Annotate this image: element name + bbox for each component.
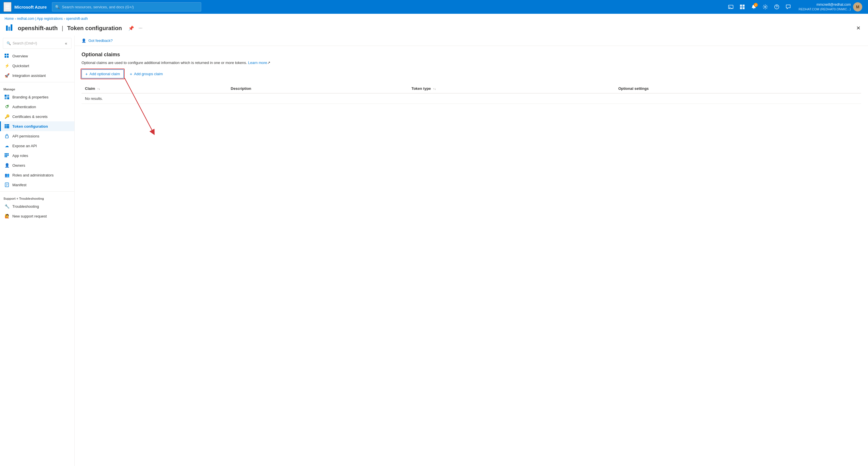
add-optional-label: Add optional claim <box>90 72 120 76</box>
cloud-icon: ☁ <box>4 143 9 148</box>
svg-rect-4 <box>740 7 742 9</box>
col-optional-settings[interactable]: Optional settings <box>615 84 861 93</box>
svg-rect-10 <box>8 27 10 31</box>
notification-badge: 2 <box>754 3 758 7</box>
person-icon: 👤 <box>4 163 9 168</box>
sidebar-item-new-support[interactable]: 🙋 New support request <box>0 211 74 221</box>
sidebar-nav: Overview ⚡ Quickstart 🚀 Integration assi… <box>0 51 74 225</box>
panel-wrapper: Home › redhat.com | App registrations › … <box>0 14 868 466</box>
sidebar-item-troubleshooting[interactable]: 🔧 Troubleshooting <box>0 201 74 211</box>
svg-rect-31 <box>6 155 7 156</box>
sidebar-item-owners[interactable]: 👤 Owners <box>0 160 74 170</box>
sidebar-item-manifest-label: Manifest <box>12 183 26 187</box>
support-section-label: Support + Troubleshooting <box>0 193 74 201</box>
learn-more-link[interactable]: Learn more <box>248 61 267 65</box>
no-results-text: No results. <box>82 93 861 104</box>
feedback-icon[interactable] <box>783 2 794 12</box>
topbar-icons: 2 <box>725 2 794 12</box>
sidebar-item-owners-label: Owners <box>12 163 25 167</box>
svg-rect-26 <box>5 136 8 138</box>
sidebar-item-roles-admin[interactable]: 👥 Roles and administrators <box>0 170 74 180</box>
doc-icon <box>4 182 9 187</box>
rocket-icon: 🚀 <box>4 73 9 78</box>
sidebar-item-manifest[interactable]: Manifest <box>0 180 74 190</box>
svg-rect-19 <box>7 97 9 99</box>
topbar: ☰ Microsoft Azure 🔍 2 mmcneill@redhat.co… <box>0 0 868 14</box>
sidebar-item-api-permissions[interactable]: API permissions <box>0 131 74 141</box>
annotation-arrow <box>96 69 182 138</box>
breadcrumb-home[interactable]: Home <box>5 17 14 21</box>
svg-rect-24 <box>6 126 9 127</box>
feedback-bar[interactable]: 👤 Got feedback? <box>74 36 868 46</box>
sidebar-item-certificates[interactable]: 🔑 Certificates & secrets <box>0 112 74 121</box>
grid2-icon <box>4 153 9 158</box>
settings-icon[interactable] <box>760 2 770 12</box>
close-panel-button[interactable]: ✕ <box>853 23 863 33</box>
pin-icon[interactable]: 📌 <box>127 24 135 32</box>
global-search-input[interactable] <box>62 5 198 9</box>
page-app-name: openshift-auth <box>18 25 58 32</box>
more-options-icon[interactable]: ··· <box>137 24 144 32</box>
key-icon: 🔑 <box>4 114 9 119</box>
cloud-shell-icon[interactable] <box>725 2 736 12</box>
breadcrumb-openshift-auth[interactable]: openshift-auth <box>66 17 88 21</box>
claims-table-header: Claim ↑↓ Description Token type ↑↓ <box>82 84 861 93</box>
svg-rect-28 <box>6 153 7 154</box>
portal-settings-icon[interactable] <box>737 2 747 12</box>
hamburger-menu[interactable]: ☰ <box>3 2 11 12</box>
plus-icon-groups: + <box>130 71 132 76</box>
grid-icon <box>4 53 9 59</box>
feedback-icon-symbol: 👤 <box>82 38 86 43</box>
svg-rect-16 <box>5 95 7 97</box>
add-groups-label: Add groups claim <box>134 72 163 76</box>
user-menu[interactable]: mmcneill@redhat.com REDHAT.COM (REDHAT0.… <box>796 1 865 12</box>
sidebar-item-overview-label: Overview <box>12 54 28 58</box>
sidebar-item-integration-label: Integration assistant <box>12 73 45 78</box>
svg-rect-5 <box>743 7 745 9</box>
svg-rect-17 <box>7 95 9 97</box>
plus-icon-optional: + <box>85 71 88 76</box>
help-icon[interactable] <box>772 2 782 12</box>
sidebar-item-app-roles[interactable]: App roles <box>0 151 74 160</box>
content-area: 👤 Got feedback? Optional claims Optional… <box>74 36 868 466</box>
svg-rect-30 <box>5 155 6 156</box>
add-optional-claim-button[interactable]: + Add optional claim <box>82 69 124 78</box>
page-title-separator: | <box>62 25 63 32</box>
svg-rect-20 <box>5 124 6 125</box>
search-icon: 🔍 <box>55 5 60 9</box>
sidebar-item-integration[interactable]: 🚀 Integration assistant <box>0 70 74 80</box>
paintbrush-icon <box>4 94 9 100</box>
table-row-no-results: No results. <box>82 93 861 104</box>
col-claim[interactable]: Claim ↑↓ <box>82 84 227 93</box>
sidebar-item-branding-label: Branding & properties <box>12 95 49 99</box>
breadcrumb-app-registrations[interactable]: redhat.com | App registrations <box>17 17 63 21</box>
body-layout: 🔍 « Overview ⚡ Quickstart <box>0 36 868 466</box>
app-icon <box>5 23 15 33</box>
svg-rect-15 <box>7 56 9 58</box>
sidebar-item-api-permissions-label: API permissions <box>12 134 39 138</box>
people-icon: 👥 <box>4 173 9 178</box>
sidebar-item-quickstart[interactable]: ⚡ Quickstart <box>0 61 74 70</box>
sidebar-item-overview[interactable]: Overview <box>0 51 74 61</box>
svg-rect-23 <box>6 124 9 125</box>
sidebar-item-roles-admin-label: Roles and administrators <box>12 173 54 177</box>
svg-rect-33 <box>5 156 6 157</box>
sidebar-item-app-roles-label: App roles <box>12 154 28 158</box>
sidebar-item-expose-api[interactable]: ☁ Expose an API <box>0 141 74 151</box>
sidebar-item-authentication[interactable]: Authentication <box>0 102 74 112</box>
col-description[interactable]: Description <box>227 84 408 93</box>
sidebar-collapse-button[interactable]: « <box>64 40 68 46</box>
svg-rect-22 <box>5 127 6 128</box>
toolbar-annotation-wrapper: + Add optional claim + Add groups claim <box>82 69 861 84</box>
sidebar-item-token-config[interactable]: Token configuration <box>0 121 74 131</box>
svg-point-8 <box>776 8 777 8</box>
svg-point-6 <box>765 6 766 8</box>
notifications-icon[interactable]: 2 <box>749 2 759 12</box>
col-token-type[interactable]: Token type ↑↓ <box>408 84 615 93</box>
optional-claims-description: Optional claims are used to configure ad… <box>82 61 861 65</box>
add-groups-claim-button[interactable]: + Add groups claim <box>126 69 166 78</box>
sidebar-search-input[interactable] <box>12 41 63 45</box>
sidebar-item-branding[interactable]: Branding & properties <box>0 92 74 102</box>
svg-rect-18 <box>5 97 7 99</box>
sidebar-item-new-support-label: New support request <box>12 214 47 218</box>
